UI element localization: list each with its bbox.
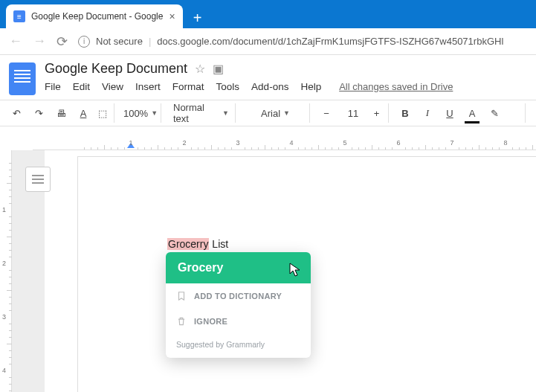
new-tab-button[interactable]: +: [187, 7, 208, 28]
save-status[interactable]: All changes saved in Drive: [339, 81, 453, 92]
menu-view[interactable]: View: [102, 81, 123, 92]
back-button[interactable]: ←: [9, 33, 22, 49]
menu-tools[interactable]: Tools: [216, 81, 240, 92]
horizontal-ruler[interactable]: 12345678: [33, 138, 536, 150]
menu-edit[interactable]: Edit: [73, 81, 90, 92]
grammarly-popup: Grocery ADD TO DICTIONARY IGNORE Suggest…: [166, 252, 311, 358]
zoom-dropdown[interactable]: 100%▼: [122, 103, 161, 123]
menu-help[interactable]: Help: [300, 81, 321, 92]
paint-format-button[interactable]: ⬚: [97, 103, 114, 123]
close-tab-icon[interactable]: ×: [169, 10, 175, 22]
ignore-button[interactable]: IGNORE: [166, 309, 311, 334]
print-button[interactable]: 🖶: [52, 103, 70, 123]
underline-button[interactable]: U: [441, 103, 459, 123]
font-dropdown[interactable]: Arial▼: [243, 103, 310, 123]
italic-button[interactable]: I: [419, 103, 436, 123]
url-field[interactable]: i Not secure | docs.google.com/document/…: [78, 36, 527, 48]
docs-logo-icon[interactable]: [9, 62, 36, 95]
star-icon[interactable]: ☆: [195, 62, 205, 76]
outline-toggle-button[interactable]: [25, 167, 51, 192]
tab-title: Google Keep Document - Google: [31, 11, 163, 22]
docs-toolbar: ↶ ↷ 🖶 A ⬚ 100%▼ Normal text▼ Arial▼ − 11…: [0, 100, 536, 126]
reload-button[interactable]: ⟳: [56, 33, 68, 50]
menu-bar: File Edit View Insert Format Tools Add-o…: [45, 81, 527, 92]
menu-addons[interactable]: Add-ons: [251, 81, 288, 92]
move-icon[interactable]: ▣: [213, 62, 224, 76]
grammarly-footer: Suggested by Grammarly: [166, 334, 311, 358]
misspelled-word[interactable]: Grocerry: [167, 238, 209, 250]
font-size-field[interactable]: 11: [340, 103, 367, 123]
add-to-dictionary-button[interactable]: ADD TO DICTIONARY: [166, 283, 311, 309]
paragraph-style-dropdown[interactable]: Normal text▼: [169, 103, 236, 123]
url-text: docs.google.com/document/d/1chZajFrmK1um…: [157, 36, 503, 47]
cursor-icon: [289, 263, 302, 281]
bookmark-icon: [176, 291, 187, 301]
trash-icon: [176, 316, 187, 327]
browser-address-bar: ← → ⟳ i Not secure | docs.google.com/doc…: [0, 28, 536, 55]
undo-button[interactable]: ↶: [7, 103, 25, 123]
document-content[interactable]: Grocerry List: [167, 237, 228, 251]
site-info-icon[interactable]: i: [78, 36, 90, 48]
menu-file[interactable]: File: [45, 81, 61, 92]
docs-header: Google Keep Document ☆ ▣ File Edit View …: [0, 55, 536, 95]
menu-format[interactable]: Format: [172, 81, 204, 92]
text-line[interactable]: Grocerry List: [167, 238, 228, 250]
vertical-ruler[interactable]: 1234: [0, 150, 12, 392]
grammarly-suggestion[interactable]: Grocery: [166, 252, 311, 283]
text-color-button[interactable]: A: [463, 103, 481, 123]
browser-tab-strip: ≡ Google Keep Document - Google × +: [0, 0, 536, 28]
forward-button[interactable]: →: [33, 33, 46, 49]
redo-button[interactable]: ↷: [30, 103, 48, 123]
highlight-button[interactable]: ✎: [485, 103, 503, 123]
font-size-increase[interactable]: +: [371, 103, 389, 123]
document-title[interactable]: Google Keep Document: [45, 61, 187, 77]
docs-favicon: ≡: [13, 10, 25, 22]
document-page[interactable]: Grocerry List Grocery ADD TO DICTIONARY …: [77, 156, 536, 392]
browser-tab[interactable]: ≡ Google Keep Document - Google ×: [6, 4, 183, 28]
font-size-decrease[interactable]: −: [317, 103, 335, 123]
spellcheck-button[interactable]: A: [74, 103, 92, 123]
bold-button[interactable]: B: [396, 103, 414, 123]
security-status: Not secure: [96, 36, 143, 47]
menu-insert[interactable]: Insert: [135, 81, 161, 92]
